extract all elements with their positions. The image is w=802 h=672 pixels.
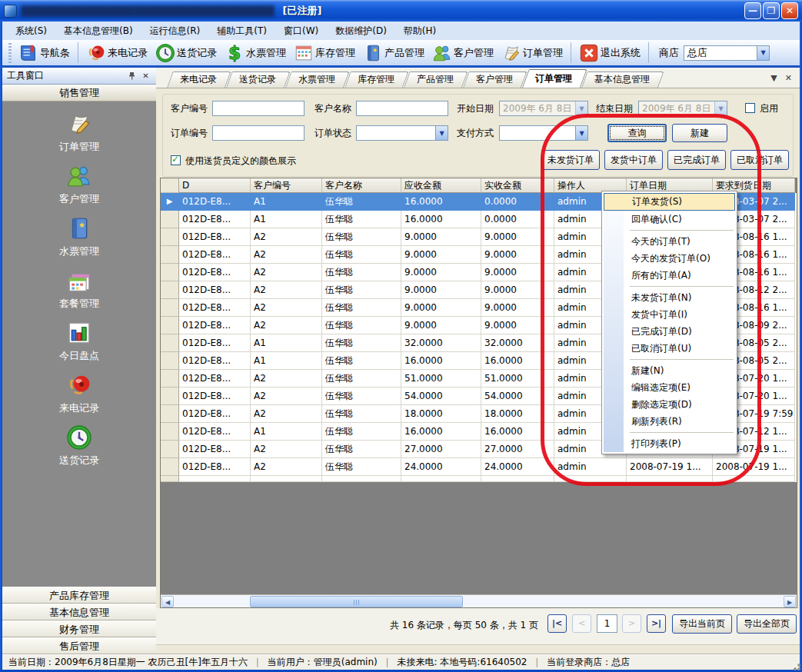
order-no-input[interactable] (212, 125, 304, 141)
close-button[interactable]: ✕ (781, 2, 798, 19)
row-selector[interactable] (161, 423, 179, 441)
toolbar-button-退出系统[interactable]: 退出系统 (575, 42, 644, 65)
column-header-selector[interactable] (161, 178, 179, 193)
customer-no-input[interactable] (212, 101, 304, 116)
status-filter-button-未发货订单[interactable]: 未发货订单 (541, 150, 600, 170)
color-display-checkbox[interactable] (171, 155, 181, 165)
horizontal-scrollbar[interactable]: ◀ ▶ (161, 594, 797, 607)
row-selector[interactable]: ▶ (161, 193, 179, 211)
column-header-D[interactable]: D (179, 178, 251, 193)
row-selector[interactable] (161, 370, 179, 388)
toolbar-button-库存管理[interactable]: 库存管理 (290, 42, 359, 65)
sidebar-item-水票管理[interactable]: 水票管理 (2, 215, 156, 258)
toolbar-button-送货记录[interactable]: 送货记录 (151, 42, 221, 65)
customer-name-input[interactable] (356, 101, 448, 116)
status-filter-button-发货中订单[interactable]: 发货中订单 (604, 150, 663, 170)
sidebar-item-送货记录[interactable]: 送货记录 (2, 424, 156, 467)
export-all-pages-button[interactable]: 导出全部页 (737, 614, 797, 634)
pay-method-select[interactable]: ▼ (499, 125, 588, 141)
context-menu-item-订单发货(S)[interactable]: 订单发货(S) (604, 193, 735, 211)
sidebar-item-今日盘点[interactable]: 今日盘点 (2, 320, 156, 363)
sidebar-item-套餐管理[interactable]: 套餐管理 (2, 268, 156, 311)
sidebar-section-sales[interactable]: 销售管理 (2, 85, 156, 101)
tool-window-close-icon[interactable]: ✕ (140, 70, 151, 82)
maximize-button[interactable]: ❐ (763, 2, 780, 19)
sidebar-item-订单管理[interactable]: 订单管理 (2, 111, 156, 154)
next-page-button[interactable]: > (622, 614, 641, 633)
toolbar-button-订单管理[interactable]: 订单管理 (498, 42, 567, 65)
row-selector[interactable] (161, 317, 179, 334)
pin-icon[interactable] (126, 70, 138, 82)
toolbar-button-导航条[interactable]: 导航条 (15, 42, 74, 65)
context-menu-item-发货中订单(I)[interactable]: 发货中订单(I) (604, 306, 735, 323)
first-page-button[interactable]: |< (547, 614, 567, 633)
row-selector[interactable] (161, 246, 179, 264)
row-selector[interactable] (161, 228, 179, 246)
tab-基本信息管理[interactable]: 基本信息管理 (581, 72, 658, 88)
export-current-page-button[interactable]: 导出当前页 (672, 614, 732, 634)
context-menu-item-刷新列表(R)[interactable]: 刷新列表(R) (604, 413, 735, 430)
new-button[interactable]: 新建 (672, 124, 727, 142)
sidebar-section-基本信息管理[interactable]: 基本信息管理 (2, 604, 156, 620)
column-header-客户编号[interactable]: 客户编号 (251, 178, 322, 193)
row-selector[interactable] (161, 299, 179, 317)
menubar-item[interactable]: 数据维护(D) (327, 22, 395, 40)
menubar-item[interactable]: 帮助(H) (395, 22, 444, 40)
context-menu-item-所有的订单(A)[interactable]: 所有的订单(A) (604, 267, 735, 284)
row-selector[interactable] (161, 211, 179, 228)
tab-close-icon[interactable]: ✕ (785, 73, 792, 83)
context-menu-item-回单确认(C)[interactable]: 回单确认(C) (604, 211, 735, 228)
query-button[interactable]: 查询 (607, 124, 667, 142)
sidebar-section-财务管理[interactable]: 财务管理 (2, 620, 156, 637)
start-date-picker[interactable]: 2009年 6月 8日 ▼ (499, 101, 588, 116)
toolbar-button-客户管理[interactable]: 客户管理 (428, 42, 498, 65)
toolbar-button-产品管理[interactable]: 产品管理 (359, 42, 428, 65)
resize-grip[interactable] (791, 661, 800, 670)
context-menu-item-已取消订单(U)[interactable]: 已取消订单(U) (604, 340, 735, 357)
tab-送货记录[interactable]: 送货记录 (226, 72, 285, 88)
menubar-item[interactable]: 系统(S) (7, 22, 55, 40)
last-page-button[interactable]: >| (647, 614, 666, 633)
row-selector[interactable] (161, 334, 179, 352)
scroll-left-icon[interactable]: ◀ (161, 596, 174, 607)
column-header-应收金额[interactable]: 应收金额 (401, 178, 481, 193)
row-selector[interactable] (161, 281, 179, 299)
status-filter-button-已完成订单[interactable]: 已完成订单 (667, 150, 726, 170)
column-header-客户名称[interactable]: 客户名称 (322, 178, 401, 193)
toolbar-grip[interactable] (8, 43, 12, 63)
enable-checkbox[interactable] (745, 103, 755, 113)
row-selector[interactable] (161, 441, 179, 458)
tab-来电记录[interactable]: 来电记录 (167, 72, 225, 88)
sidebar-item-来电记录[interactable]: 来电记录 (2, 372, 156, 415)
menubar-item[interactable]: 辅助工具(T) (208, 22, 275, 40)
row-selector[interactable] (161, 388, 179, 405)
menubar-item[interactable]: 运行信息(R) (141, 22, 209, 40)
context-menu-item-未发货订单(N)[interactable]: 未发货订单(N) (604, 289, 735, 306)
toolbar-button-水票管理[interactable]: $水票管理 (221, 42, 290, 65)
scrollbar-thumb[interactable] (250, 596, 463, 607)
status-filter-button-已取消订单[interactable]: 已取消订单 (730, 150, 789, 170)
tab-订单管理[interactable]: 订单管理 (522, 69, 581, 88)
tab-list-dropdown-icon[interactable]: ▼ (770, 73, 777, 83)
sidebar-section-产品库存管理[interactable]: 产品库存管理 (2, 587, 156, 604)
tab-水票管理[interactable]: 水票管理 (285, 72, 344, 88)
minimize-button[interactable]: — (744, 2, 761, 19)
page-number-input[interactable]: 1 (597, 614, 617, 633)
menubar-item[interactable]: 基本信息管理(B) (55, 22, 141, 40)
row-selector[interactable] (161, 352, 179, 370)
sidebar-item-客户管理[interactable]: 客户管理 (2, 163, 156, 206)
end-date-picker[interactable]: 2009年 6月 8日 ▼ (638, 101, 727, 116)
context-menu-item-今天的订单(T)[interactable]: 今天的订单(T) (604, 233, 735, 250)
tab-产品管理[interactable]: 产品管理 (404, 72, 462, 88)
menubar-item[interactable]: 窗口(W) (275, 22, 327, 40)
table-row[interactable]: 012D-E8...A2伍华聪24.000024.0000admin2008-0… (161, 458, 797, 476)
context-menu-item-编辑选定项(E)[interactable]: 编辑选定项(E) (604, 379, 735, 396)
context-menu-item-删除选定项(D)[interactable]: 删除选定项(D) (604, 396, 735, 413)
scroll-right-icon[interactable]: ▶ (784, 596, 796, 607)
row-selector[interactable] (161, 458, 179, 476)
prev-page-button[interactable]: < (572, 614, 591, 633)
column-header-实收金额[interactable]: 实收金额 (481, 178, 554, 193)
row-selector[interactable] (161, 264, 179, 281)
tab-库存管理[interactable]: 库存管理 (344, 72, 403, 88)
context-menu-item-已完成订单(D)[interactable]: 已完成订单(D) (604, 323, 735, 340)
